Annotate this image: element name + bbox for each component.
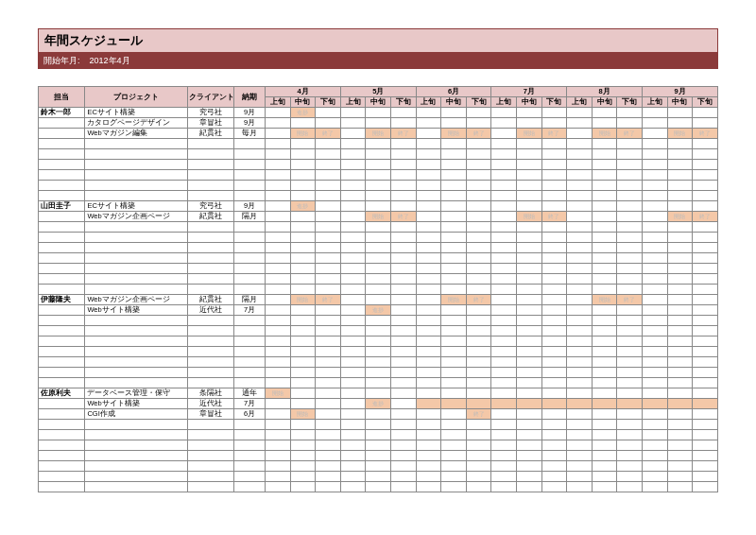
gantt-cell — [466, 451, 491, 461]
gantt-cell — [541, 378, 567, 388]
gantt-cell — [592, 347, 617, 357]
gantt-cell — [391, 472, 417, 482]
gantt-cell — [391, 420, 417, 430]
gantt-cell — [316, 118, 341, 129]
gantt-cell — [667, 326, 693, 337]
table-row — [39, 430, 718, 440]
gantt-cell — [617, 212, 643, 222]
period-header: 上旬 — [340, 97, 366, 108]
gantt-cell — [592, 305, 617, 316]
gantt-cell — [667, 264, 693, 274]
gantt-cell — [416, 118, 441, 129]
client-cell: 究弓社 — [187, 108, 233, 118]
gantt-cell — [617, 149, 643, 160]
gantt-cell — [517, 191, 542, 201]
gantt-cell — [416, 430, 441, 440]
gantt-cell — [541, 388, 567, 399]
table-row — [39, 191, 718, 201]
gantt-cell — [617, 170, 643, 181]
gantt-cell — [340, 368, 366, 378]
gantt-cell — [667, 191, 693, 201]
gantt-cell — [416, 264, 441, 274]
gantt-cell — [316, 139, 341, 149]
gantt-cell — [592, 461, 617, 472]
delivery-cell — [234, 243, 266, 253]
gantt-cell — [416, 170, 441, 181]
gantt-cell — [617, 160, 643, 170]
client-cell — [187, 160, 233, 170]
gantt-cell — [617, 243, 643, 253]
gantt-cell — [391, 118, 417, 129]
gantt-cell — [366, 451, 391, 461]
gantt-cell — [391, 347, 417, 357]
gantt-cell — [567, 274, 593, 285]
gantt-cell — [693, 285, 718, 295]
gantt-cell — [592, 482, 617, 492]
gantt-cell — [567, 295, 593, 305]
client-cell: 章冒社 — [187, 409, 233, 420]
gantt-cell — [567, 378, 593, 388]
gantt-cell — [441, 399, 467, 409]
gantt-cell — [316, 316, 341, 326]
delivery-cell — [234, 316, 266, 326]
gantt-cell — [617, 285, 643, 295]
gantt-cell: 開始 — [366, 212, 391, 222]
client-cell: 紀貫社 — [187, 129, 233, 139]
period-header: 上旬 — [642, 97, 667, 108]
gantt-cell — [416, 149, 441, 160]
gantt-cell — [290, 118, 316, 129]
gantt-cell — [617, 347, 643, 357]
gantt-cell — [517, 440, 542, 451]
table-row — [39, 233, 718, 243]
gantt-cell — [266, 118, 291, 129]
delivery-cell — [234, 170, 266, 181]
gantt-cell — [642, 139, 667, 149]
client-cell: 紀貫社 — [187, 212, 233, 222]
gantt-cell — [391, 430, 417, 440]
gantt-cell — [592, 222, 617, 233]
gantt-cell — [541, 170, 567, 181]
gantt-cell — [466, 274, 491, 285]
gantt-cell: 開始 — [290, 129, 316, 139]
gantt-cell — [391, 409, 417, 420]
gantt-cell — [517, 295, 542, 305]
gantt-cell — [416, 295, 441, 305]
gantt-cell — [290, 212, 316, 222]
gantt-cell — [517, 139, 542, 149]
gantt-cell — [290, 378, 316, 388]
gantt-cell — [567, 108, 593, 118]
gantt-cell — [592, 253, 617, 264]
gantt-cell — [517, 222, 542, 233]
gantt-cell — [642, 430, 667, 440]
gantt-cell — [517, 181, 542, 191]
gantt-cell — [567, 191, 593, 201]
gantt-cell — [667, 201, 693, 212]
header-person: 担当 — [39, 87, 85, 108]
gantt-cell — [693, 191, 718, 201]
gantt-cell — [642, 129, 667, 139]
gantt-cell — [491, 201, 517, 212]
table-row: 山田圭子ECサイト構築究弓社9月進捗 — [39, 201, 718, 212]
gantt-cell — [340, 139, 366, 149]
gantt-cell — [617, 274, 643, 285]
person-cell — [39, 326, 85, 337]
gantt-cell — [491, 129, 517, 139]
gantt-cell — [416, 409, 441, 420]
gantt-cell — [491, 378, 517, 388]
gantt-cell — [340, 274, 366, 285]
gantt-cell — [567, 139, 593, 149]
gantt-cell — [316, 222, 341, 233]
gantt-cell — [316, 461, 341, 472]
gantt-cell — [366, 440, 391, 451]
gantt-cell — [617, 461, 643, 472]
gantt-cell — [441, 430, 467, 440]
gantt-cell — [466, 461, 491, 472]
gantt-cell — [667, 316, 693, 326]
gantt-cell — [466, 347, 491, 357]
gantt-cell — [366, 222, 391, 233]
person-cell — [39, 472, 85, 482]
gantt-cell — [340, 378, 366, 388]
client-cell — [187, 347, 233, 357]
delivery-cell — [234, 253, 266, 264]
gantt-cell — [491, 440, 517, 451]
